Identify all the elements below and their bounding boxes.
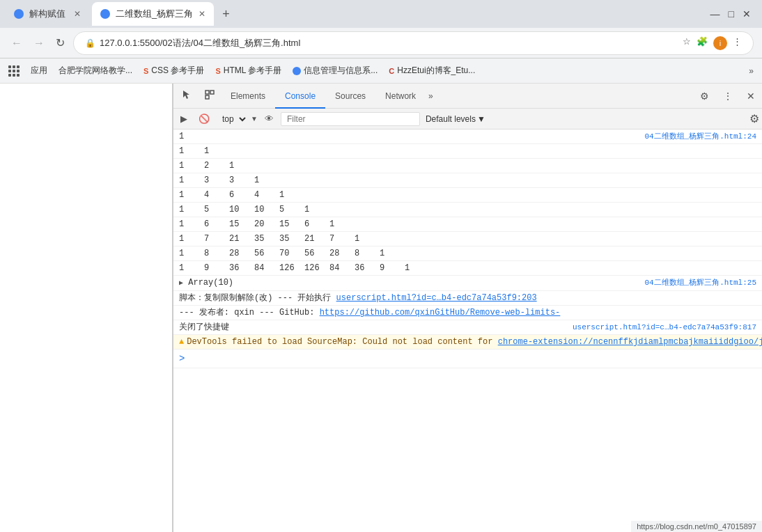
console-row-4: 1 3 3 1 [173, 173, 762, 188]
bookmarks-more[interactable]: » [749, 66, 754, 76]
new-tab-button[interactable]: + [217, 4, 235, 24]
console-row-10-content: 1 9 36 84 126 126 84 36 9 1 [173, 261, 762, 275]
tab-2[interactable]: 二维数组_杨辉三角 ✕ [92, 2, 214, 26]
console-prompt-line[interactable]: > [173, 350, 762, 368]
console-script-row2-content: --- 发布者: qxin --- GitHub: https://github… [173, 306, 762, 320]
refresh-button[interactable]: ↻ [53, 33, 68, 52]
close-window-button[interactable]: ✕ [742, 8, 751, 19]
console-row-2: 1 1 [173, 144, 762, 159]
default-levels-button[interactable]: Default levels ▼ [426, 114, 485, 124]
bookmark-4[interactable]: 信息管理与信息系... [293, 65, 378, 77]
cursor-icon[interactable] [176, 85, 199, 107]
tab-network[interactable]: Network [375, 84, 426, 109]
address-text: 127.0.0.1:5500/02语法/04二维数组_杨辉三角.html [100, 37, 300, 49]
script-link-1[interactable]: userscript.html?id=c…b4-edc7a74a53f9:203 [336, 293, 537, 303]
console-toolbar: ▶ 🚫 top ▼ 👁 Default levels ▼ ⚙ [173, 109, 762, 130]
default-levels-label: Default levels [426, 114, 476, 124]
page-content [0, 84, 173, 532]
levels-dropdown-icon: ▼ [477, 114, 485, 124]
forward-button[interactable]: → [31, 34, 47, 52]
console-row-7-content: 1 6 15 20 15 6 1 [173, 217, 762, 231]
bookmark-2[interactable]: S CSS 参考手册 [143, 65, 204, 77]
console-array-content[interactable]: ▶ Array(10) [173, 276, 639, 290]
console-prompt-symbol: > [173, 350, 190, 368]
maximize-button[interactable]: □ [729, 8, 734, 19]
console-shortcut-source[interactable]: userscript.html?id=c…b4-edc7a74a53f9:817 [567, 320, 762, 334]
apps-button[interactable] [8, 65, 20, 77]
tab-elements[interactable]: Elements [221, 84, 275, 109]
console-row-8-content: 1 7 21 35 35 21 7 1 [173, 232, 762, 246]
tab1-close[interactable]: ✕ [74, 9, 81, 19]
script-link-2[interactable]: https://github.com/qxinGitHub/Remove-web… [320, 308, 561, 318]
console-row-9: 1 8 28 56 70 56 28 8 1 [173, 247, 762, 261]
bookmarks-bar: 应用 合肥学院网络教学... S CSS 参考手册 S HTML 参考手册 信息… [0, 58, 762, 84]
bookmark3-label: HTML 参考手册 [224, 65, 282, 77]
console-row-8: 1 7 21 35 35 21 7 1 [173, 232, 762, 247]
console-row-5-content: 1 4 6 4 1 [173, 188, 762, 202]
bookmark2-label: CSS 参考手册 [151, 65, 204, 77]
title-bar: 解构赋值 ✕ 二维数组_杨辉三角 ✕ + — □ ✕ [0, 0, 762, 28]
clear-console-button[interactable]: 🚫 [194, 112, 214, 125]
console-shortcut-content: 关闭了快捷键 [173, 320, 567, 334]
bookmark5-label: HzzEtui的博客_Etu... [397, 65, 475, 77]
address-input[interactable]: 🔒 127.0.0.1:5500/02语法/04二维数组_杨辉三角.html ☆… [73, 31, 754, 55]
eye-icon[interactable]: 👁 [261, 112, 278, 125]
bookmark-1[interactable]: 合肥学院网络教学... [59, 65, 132, 77]
svg-rect-1 [210, 91, 214, 94]
apps-label[interactable]: 应用 [31, 65, 47, 77]
console-row-1-source[interactable]: 04二维数组_杨辉三角.html:24 [639, 130, 762, 143]
console-row-1: 1 04二维数组_杨辉三角.html:24 [173, 130, 762, 144]
console-warning-row: ▲DevTools failed to load SourceMap: Coul… [173, 335, 762, 350]
filter-input[interactable] [281, 112, 420, 126]
console-row-2-content: 1 1 [173, 144, 762, 158]
warning-link[interactable]: chrome-extension://ncennffkjdiamlpmcbajk… [498, 337, 762, 347]
svg-rect-0 [205, 91, 209, 94]
close-devtools-button[interactable]: ✕ [742, 88, 759, 104]
svg-rect-2 [205, 95, 209, 99]
console-settings-icon[interactable]: ⚙ [749, 112, 759, 125]
tab1-title: 解构赋值 [29, 8, 65, 20]
status-url: https://blog.csdn.net/m0_47015897 [637, 522, 756, 531]
inspect-icon[interactable] [199, 85, 221, 107]
context-dropdown-icon[interactable]: ▼ [251, 115, 258, 123]
bookmark-star-icon[interactable]: ☆ [683, 36, 691, 50]
more-options-icon[interactable]: ⋮ [719, 88, 737, 104]
back-button[interactable]: ← [8, 34, 25, 52]
status-bar: https://blog.csdn.net/m0_47015897 [631, 521, 762, 532]
tab-1[interactable]: 解构赋值 ✕ [6, 2, 89, 26]
console-shortcut-row: 关闭了快捷键 userscript.html?id=c…b4-edc7a74a5… [173, 320, 762, 335]
console-row-3-content: 1 2 1 [173, 159, 762, 173]
profile-icon[interactable]: i [713, 36, 727, 50]
minimize-button[interactable]: — [710, 8, 720, 19]
settings-icon[interactable]: ⚙ [696, 88, 713, 104]
console-script-row1: 脚本：复制限制解除(改) --- 开始执行 userscript.html?id… [173, 291, 762, 306]
console-script-row2: --- 发布者: qxin --- GitHub: https://github… [173, 306, 762, 320]
tab2-close[interactable]: ✕ [199, 9, 205, 19]
console-row-5: 1 4 6 4 1 [173, 188, 762, 203]
console-warning-content: ▲DevTools failed to load SourceMap: Coul… [173, 335, 762, 349]
console-row-1-content: 1 [173, 130, 639, 143]
console-script-row1-content: 脚本：复制限制解除(改) --- 开始执行 userscript.html?id… [173, 291, 762, 305]
context-selector[interactable]: top [217, 112, 248, 126]
bookmark-5[interactable]: C HzzEtui的博客_Etu... [389, 65, 475, 77]
console-row-7: 1 6 15 20 15 6 1 [173, 217, 762, 232]
console-output: 1 04二维数组_杨辉三角.html:24 1 1 1 2 1 1 3 3 1 … [173, 130, 762, 532]
more-tabs-button[interactable]: » [428, 91, 433, 101]
console-row-6: 1 5 10 10 5 1 [173, 203, 762, 217]
bookmark-3[interactable]: S HTML 参考手册 [215, 65, 281, 77]
tab1-favicon [14, 9, 24, 19]
console-row-6-content: 1 5 10 10 5 1 [173, 203, 762, 217]
extensions-icon[interactable]: 🧩 [697, 36, 708, 50]
tab-sources[interactable]: Sources [325, 84, 375, 109]
console-row-4-content: 1 3 3 1 [173, 173, 762, 187]
devtools-tabs: Elements Console Sources Network » ⚙ ⋮ ✕ [173, 84, 762, 109]
menu-icon[interactable]: ⋮ [733, 36, 742, 50]
tab2-title: 二维数组_杨辉三角 [116, 8, 193, 20]
devtools-actions: ⚙ ⋮ ✕ [696, 88, 759, 104]
console-array-source[interactable]: 04二维数组_杨辉三角.html:25 [639, 276, 762, 290]
tab-console[interactable]: Console [275, 84, 325, 109]
console-row-10: 1 9 36 84 126 126 84 36 9 1 [173, 261, 762, 276]
bookmark4-label: 信息管理与信息系... [304, 65, 378, 77]
console-execute-icon[interactable]: ▶ [176, 112, 192, 125]
address-bar: ← → ↻ 🔒 127.0.0.1:5500/02语法/04二维数组_杨辉三角.… [0, 28, 762, 58]
